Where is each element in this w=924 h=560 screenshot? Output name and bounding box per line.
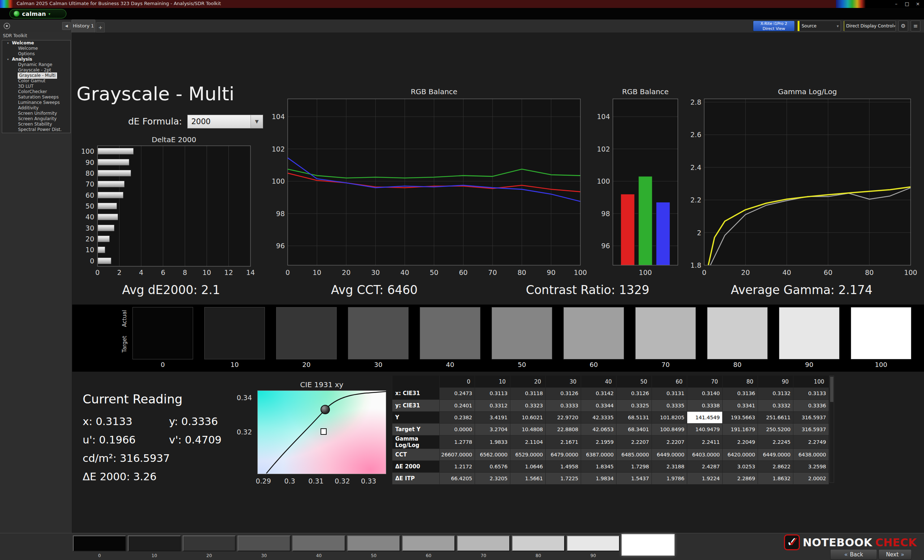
- table-cell[interactable]: 0.6576: [475, 460, 510, 472]
- table-cell[interactable]: 2.1959: [581, 435, 616, 449]
- table-cell[interactable]: 3.0253: [723, 460, 758, 472]
- sidebar-item-screen-angularity[interactable]: Screen Angularity: [2, 116, 70, 121]
- table-cell[interactable]: 0.3338: [687, 400, 723, 411]
- table-cell[interactable]: 2.8622: [758, 460, 794, 472]
- table-cell[interactable]: 251.6611: [758, 411, 794, 423]
- level-button-100[interactable]: [621, 534, 675, 556]
- table-cell[interactable]: 0.3126: [616, 388, 652, 400]
- level-button-60[interactable]: [402, 536, 455, 551]
- level-button-20[interactable]: [183, 536, 236, 551]
- table-cell[interactable]: 316.5937: [794, 423, 829, 435]
- sidebar-item-dynamic-range[interactable]: Dynamic Range: [2, 62, 70, 67]
- table-cell[interactable]: 0.3136: [723, 388, 758, 400]
- table-cell[interactable]: 1.7225: [546, 472, 581, 484]
- level-button-70[interactable]: [457, 536, 510, 551]
- table-cell[interactable]: 2.3205: [475, 472, 510, 484]
- sidebar-collapse-button[interactable]: ◀: [62, 22, 71, 30]
- back-button[interactable]: « Back: [830, 549, 877, 560]
- table-cell[interactable]: 68.3401: [616, 423, 652, 435]
- table-cell[interactable]: 0.3323: [510, 400, 546, 411]
- de-formula-dropdown[interactable]: 2000 ▼: [188, 115, 263, 129]
- level-button-0[interactable]: [73, 536, 126, 551]
- table-cell[interactable]: 1.9834: [581, 472, 616, 484]
- table-cell[interactable]: 0.3335: [652, 400, 687, 411]
- table-cell[interactable]: 3.2598: [794, 460, 829, 472]
- level-button-10[interactable]: [128, 536, 181, 551]
- meter-button[interactable]: X-Rite i1Pro 2 Direct View: [753, 21, 795, 31]
- maximize-button[interactable]: □: [902, 0, 912, 8]
- table-cell[interactable]: 0.2382: [440, 411, 475, 423]
- table-cell[interactable]: 1.2778: [440, 435, 475, 449]
- tab-history-1[interactable]: History 1: [72, 19, 95, 33]
- level-button-40[interactable]: [292, 536, 345, 551]
- table-cell[interactable]: 6485.0000: [616, 449, 652, 460]
- sidebar-item-spectral-power-dist-[interactable]: Spectral Power Dist.: [2, 127, 70, 132]
- table-cell[interactable]: 1.4958: [546, 460, 581, 472]
- table-cell[interactable]: 0.3118: [510, 388, 546, 400]
- table-cell[interactable]: 68.5131: [616, 411, 652, 423]
- table-cell[interactable]: 2.0002: [794, 472, 829, 484]
- table-cell[interactable]: 1.7298: [616, 460, 652, 472]
- table-cell[interactable]: 0.3133: [794, 388, 829, 400]
- table-cell[interactable]: 0.3341: [723, 400, 758, 411]
- expander-icon[interactable]: ▾: [7, 57, 12, 62]
- table-cell[interactable]: 0.3325: [616, 400, 652, 411]
- level-button-50[interactable]: [347, 536, 400, 551]
- sidebar-item-welcome[interactable]: Welcome: [2, 46, 70, 51]
- table-cell[interactable]: 0.2401: [440, 400, 475, 411]
- table-cell[interactable]: 42.3335: [581, 411, 616, 423]
- next-button[interactable]: Next »: [879, 549, 912, 560]
- table-cell[interactable]: 6438.0000: [794, 449, 829, 460]
- sidebar-item-additivity[interactable]: Additivity: [2, 105, 70, 111]
- table-cell[interactable]: 6420.0000: [723, 449, 758, 460]
- sidebar-item-analysis[interactable]: ▾Analysis: [2, 57, 70, 62]
- level-button-80[interactable]: [512, 536, 565, 551]
- level-button-90[interactable]: [567, 536, 620, 551]
- close-button[interactable]: ×: [912, 0, 923, 8]
- table-cell[interactable]: 2.4287: [687, 460, 723, 472]
- table-cell[interactable]: 0.3142: [581, 388, 616, 400]
- table-cell[interactable]: 22.8808: [546, 423, 581, 435]
- table-cell[interactable]: 6403.0000: [687, 449, 723, 460]
- table-cell[interactable]: 10.4808: [510, 423, 546, 435]
- table-cell[interactable]: 1.0646: [510, 460, 546, 472]
- table-cell[interactable]: 1.5437: [616, 472, 652, 484]
- session-icon[interactable]: [4, 23, 10, 29]
- table-cell[interactable]: 0.3131: [652, 388, 687, 400]
- minimize-button[interactable]: –: [891, 0, 902, 8]
- table-cell[interactable]: 0.3312: [475, 400, 510, 411]
- sidebar-item-color-gamut[interactable]: Color Gamut: [2, 78, 70, 84]
- source-dropdown[interactable]: Source ▾: [797, 21, 841, 31]
- table-cell[interactable]: 42.0653: [581, 423, 616, 435]
- table-cell[interactable]: 3.4191: [475, 411, 510, 423]
- table-scrollbar[interactable]: [830, 376, 834, 483]
- table-cell[interactable]: 2.2207: [616, 435, 652, 449]
- expander-icon[interactable]: ▾: [7, 40, 12, 46]
- sidebar-item-grayscale-multi[interactable]: Grayscale - Multi: [2, 73, 70, 78]
- table-cell[interactable]: 1.9833: [475, 435, 510, 449]
- table-cell[interactable]: 1.9786: [652, 472, 687, 484]
- table-cell[interactable]: 2.2245: [758, 435, 794, 449]
- scrollbar-thumb[interactable]: [830, 377, 833, 402]
- table-cell[interactable]: 1.2172: [440, 460, 475, 472]
- table-cell[interactable]: 6562.0000: [475, 449, 510, 460]
- add-tab-button[interactable]: +: [96, 22, 105, 33]
- table-cell[interactable]: 0.3332: [758, 400, 794, 411]
- table-cell[interactable]: 2.3188: [652, 460, 687, 472]
- table-cell[interactable]: 101.8205: [652, 411, 687, 423]
- window-titlebar[interactable]: Calman 2025 Calman Ultimate for Business…: [0, 0, 924, 8]
- table-cell[interactable]: 1.5661: [510, 472, 546, 484]
- table-cell[interactable]: 2.2207: [652, 435, 687, 449]
- table-cell[interactable]: 3.2704: [475, 423, 510, 435]
- table-cell[interactable]: 0.3132: [758, 388, 794, 400]
- sidebar-item-3d-lut[interactable]: 3D LUT: [2, 84, 70, 89]
- table-cell[interactable]: 1.8345: [581, 460, 616, 472]
- table-cell[interactable]: 141.4549: [687, 411, 723, 423]
- sidebar-item-screen-stability[interactable]: Screen Stability: [2, 121, 70, 127]
- table-cell[interactable]: 0.3344: [581, 400, 616, 411]
- sidebar-item-saturation-sweeps[interactable]: Saturation Sweeps: [2, 94, 70, 100]
- table-cell[interactable]: 66.4205: [440, 472, 475, 484]
- table-cell[interactable]: 2.1671: [546, 435, 581, 449]
- table-cell[interactable]: 6449.0000: [758, 449, 794, 460]
- table-cell[interactable]: 6449.0000: [652, 449, 687, 460]
